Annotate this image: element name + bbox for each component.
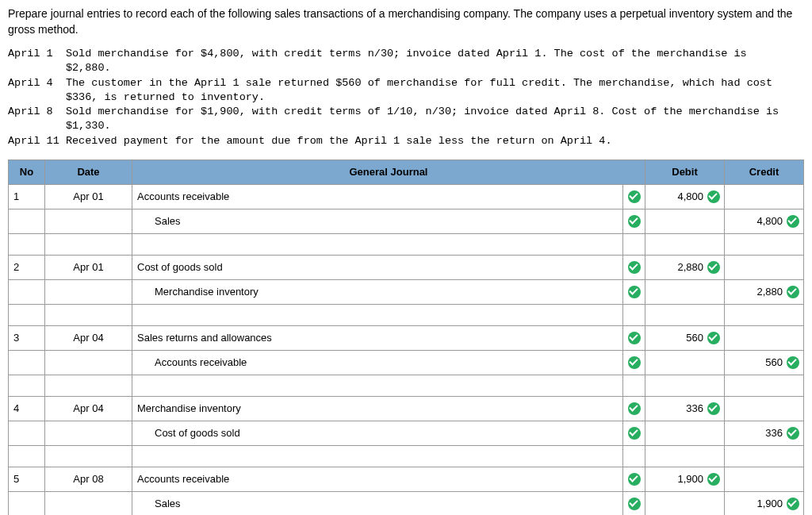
check-icon — [787, 215, 799, 228]
check-icon — [628, 473, 641, 486]
credit-cell[interactable] — [725, 255, 804, 279]
journal-table: No Date General Journal Debit Credit 1Ap… — [8, 159, 804, 515]
entry-date[interactable]: Apr 08 — [45, 467, 132, 491]
entry-date[interactable] — [45, 279, 132, 304]
credit-cell[interactable] — [725, 396, 804, 421]
debit-cell[interactable]: 1,900 — [645, 467, 725, 491]
entry-date[interactable]: Apr 01 — [45, 255, 132, 279]
col-no: No — [9, 159, 45, 184]
check-icon — [707, 190, 720, 203]
question-intro: Prepare journal entries to record each o… — [8, 6, 804, 37]
entry-no: 4 — [9, 396, 45, 421]
col-date: Date — [45, 159, 132, 184]
debit-cell[interactable] — [645, 209, 725, 233]
check-icon — [628, 332, 641, 344]
row-check — [622, 279, 645, 304]
account-name[interactable]: Accounts receivable — [132, 184, 623, 209]
entry-no: 5 — [9, 467, 45, 491]
check-icon — [628, 215, 641, 228]
check-icon — [628, 402, 641, 415]
account-name[interactable]: Cost of goods sold — [132, 421, 623, 445]
account-name[interactable]: Sales — [132, 491, 623, 515]
credit-cell[interactable] — [725, 184, 804, 209]
debit-cell[interactable]: 4,800 — [645, 184, 725, 209]
entry-no — [9, 350, 45, 375]
account-name[interactable]: Accounts receivable — [132, 467, 623, 491]
debit-cell[interactable] — [645, 421, 725, 445]
credit-cell[interactable]: 336 — [725, 421, 804, 445]
check-icon — [707, 332, 720, 344]
row-check — [622, 467, 645, 491]
debit-cell[interactable]: 336 — [645, 396, 725, 421]
entry-date[interactable]: Apr 01 — [45, 184, 132, 209]
entry-no — [9, 421, 45, 445]
col-general-journal: General Journal — [132, 159, 645, 184]
check-icon — [787, 356, 799, 369]
check-icon — [628, 356, 641, 369]
entry-date[interactable] — [45, 209, 132, 233]
credit-cell[interactable] — [725, 467, 804, 491]
credit-cell[interactable]: 4,800 — [725, 209, 804, 233]
check-icon — [787, 498, 799, 510]
check-icon — [787, 286, 799, 298]
debit-cell[interactable] — [645, 491, 725, 515]
entry-no: 2 — [9, 255, 45, 279]
entry-date[interactable]: Apr 04 — [45, 396, 132, 421]
row-check — [622, 255, 645, 279]
entry-no — [9, 209, 45, 233]
check-icon — [628, 261, 641, 274]
check-icon — [707, 473, 720, 486]
check-icon — [628, 427, 641, 440]
entry-date[interactable] — [45, 491, 132, 515]
debit-cell[interactable]: 560 — [645, 325, 725, 350]
entry-no — [9, 491, 45, 515]
row-check — [622, 350, 645, 375]
account-name[interactable]: Merchandise inventory — [132, 279, 623, 304]
credit-cell[interactable] — [725, 325, 804, 350]
check-icon — [787, 427, 799, 440]
account-name[interactable]: Sales — [132, 209, 623, 233]
credit-cell[interactable]: 560 — [725, 350, 804, 375]
debit-cell[interactable] — [645, 279, 725, 304]
check-icon — [707, 402, 720, 415]
entry-no: 1 — [9, 184, 45, 209]
account-name[interactable]: Merchandise inventory — [132, 396, 623, 421]
check-icon — [628, 190, 641, 203]
row-check — [622, 184, 645, 209]
transactions-block: April 1 Sold merchandise for $4,800, wit… — [8, 47, 804, 148]
account-name[interactable]: Sales returns and allowances — [132, 325, 623, 350]
debit-cell[interactable] — [645, 350, 725, 375]
account-name[interactable]: Cost of goods sold — [132, 255, 623, 279]
account-name[interactable]: Accounts receivable — [132, 350, 623, 375]
check-icon — [707, 261, 720, 274]
entry-no — [9, 279, 45, 304]
entry-no: 3 — [9, 325, 45, 350]
row-check — [622, 325, 645, 350]
check-icon — [628, 498, 641, 510]
row-check — [622, 491, 645, 515]
row-check — [622, 421, 645, 445]
col-credit: Credit — [725, 159, 804, 184]
col-debit: Debit — [645, 159, 725, 184]
credit-cell[interactable]: 1,900 — [725, 491, 804, 515]
debit-cell[interactable]: 2,880 — [645, 255, 725, 279]
entry-date[interactable] — [45, 350, 132, 375]
check-icon — [628, 286, 641, 298]
entry-date[interactable] — [45, 421, 132, 445]
row-check — [622, 396, 645, 421]
entry-date[interactable]: Apr 04 — [45, 325, 132, 350]
row-check — [622, 209, 645, 233]
credit-cell[interactable]: 2,880 — [725, 279, 804, 304]
